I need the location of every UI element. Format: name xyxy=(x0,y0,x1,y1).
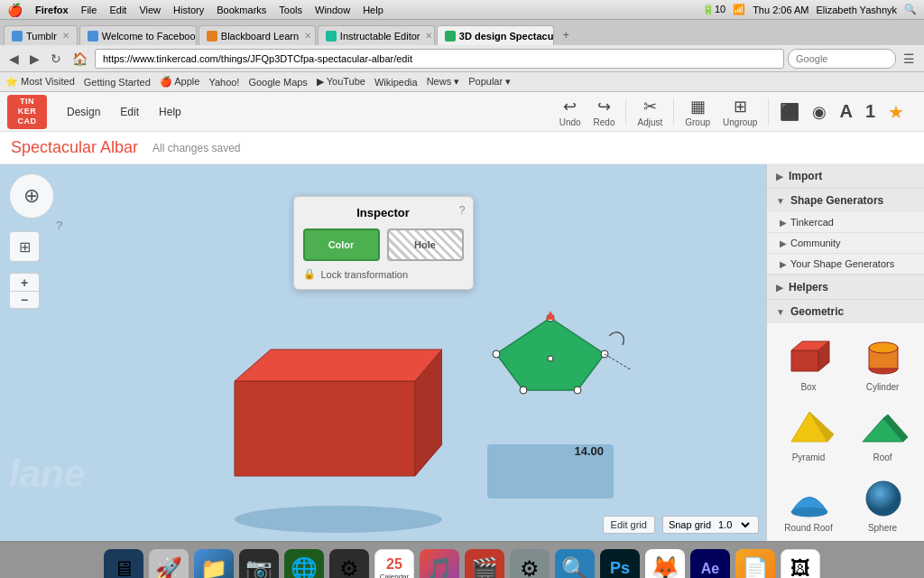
tab-tinkercad[interactable]: 3D design Spectacular Alb... ✕ xyxy=(437,25,554,45)
group-btn[interactable]: ▦ Group xyxy=(679,95,716,129)
most-visited-bookmark[interactable]: ⭐ Most Visited xyxy=(5,76,75,88)
tab-instructable[interactable]: Instructable Editor ✕ xyxy=(318,25,435,45)
help-menu-btn[interactable]: Help xyxy=(150,102,190,122)
tab-tumblr[interactable]: Tumblr ✕ xyxy=(4,25,78,45)
shape-generators-header[interactable]: ▼ Shape Generators xyxy=(767,189,924,212)
shape-box[interactable]: Box xyxy=(774,331,843,396)
shape-pyramid[interactable]: Pyramid xyxy=(774,401,843,466)
dock-system-prefs[interactable]: ⚙ xyxy=(510,549,550,579)
dock-settings[interactable]: ⚙ xyxy=(329,549,369,579)
new-tab-btn[interactable]: + xyxy=(556,25,577,45)
window-menu[interactable]: Window xyxy=(315,5,350,15)
number-1-btn[interactable]: 1 xyxy=(860,99,881,124)
refresh-btn[interactable]: ↻ xyxy=(47,50,65,68)
community-subsection[interactable]: ▶ Community xyxy=(767,233,924,254)
compass-control[interactable]: ⊕ xyxy=(9,173,54,219)
search-input[interactable] xyxy=(788,49,896,69)
firefox-menu[interactable]: Firefox xyxy=(35,5,69,15)
tab-close-instructable[interactable]: ✕ xyxy=(425,31,432,41)
url-input[interactable] xyxy=(95,49,784,69)
snap-grid-control: Snap grid 1.0 0.5 0.25 xyxy=(662,516,759,534)
hole-btn[interactable]: Hole xyxy=(387,228,464,261)
svg-point-12 xyxy=(493,350,500,358)
shape-roof[interactable]: Roof xyxy=(848,401,917,466)
letter-a-btn[interactable]: A xyxy=(834,99,857,124)
viewport[interactable]: ? ⊕ ⊞ + − Inspector ? xyxy=(0,164,766,541)
view-menu[interactable]: View xyxy=(139,5,161,15)
shape-cylinder[interactable]: Cylinder xyxy=(848,331,917,396)
zoom-out-btn[interactable]: − xyxy=(9,291,40,309)
color-btn[interactable]: Color xyxy=(303,228,380,261)
back-btn[interactable]: ◀ xyxy=(5,50,23,68)
dock-music[interactable]: 🎵 xyxy=(420,549,459,579)
dock-firefox[interactable]: 🦊 xyxy=(645,549,685,579)
shape-round-roof[interactable]: Round Roof xyxy=(774,471,843,536)
dock-preview[interactable]: 🖼 xyxy=(781,549,820,579)
popular-bookmark[interactable]: Popular ▾ xyxy=(468,76,511,88)
bookmarks-menu[interactable]: Bookmarks xyxy=(217,5,266,15)
dock-app1[interactable]: 🎬 xyxy=(465,549,504,579)
zoom-in-btn[interactable]: + xyxy=(9,273,40,291)
help-question-mark[interactable]: ? xyxy=(56,219,62,232)
dock-calendar[interactable]: 25 Calendar xyxy=(374,549,414,579)
yahoo-bookmark[interactable]: Yahoo! xyxy=(208,77,239,88)
design-menu-btn[interactable]: Design xyxy=(58,102,109,122)
file-menu[interactable]: File xyxy=(81,5,97,15)
project-bar: Spectacular Albar All changes saved xyxy=(0,132,924,164)
tinkercad-logo[interactable]: TINKERCAD xyxy=(7,95,47,129)
launchpad-icon: 🚀 xyxy=(155,556,182,579)
apple-bookmark[interactable]: 🍎 Apple xyxy=(160,76,200,88)
star-btn[interactable]: ★ xyxy=(882,99,910,125)
dock-photoshop[interactable]: Ps xyxy=(600,549,640,579)
preview-icon: 🖼 xyxy=(790,557,810,579)
dock-after-effects[interactable]: Ae xyxy=(690,549,730,579)
snap-value-select[interactable]: 1.0 0.5 0.25 xyxy=(715,518,753,531)
undo-btn[interactable]: ↩ Undo xyxy=(554,95,587,129)
google-maps-bookmark[interactable]: Google Maps xyxy=(248,77,307,88)
tab-blackboard[interactable]: Blackboard Learn ✕ xyxy=(199,25,316,45)
tab-close-tumblr[interactable]: ✕ xyxy=(62,31,69,41)
getting-started-bookmark[interactable]: Getting Started xyxy=(84,77,151,88)
tab-favicon-tumblr xyxy=(12,31,23,42)
sphere-icon-btn[interactable]: ◉ xyxy=(807,100,832,124)
dock-browser[interactable]: 🌐 xyxy=(284,549,324,579)
ungroup-icon: ⊞ xyxy=(734,97,747,117)
search-icon[interactable]: 🔍 xyxy=(904,4,917,15)
tab-facebook[interactable]: Welcome to Facebook – L... ✕ xyxy=(79,25,197,45)
inspector-help-btn[interactable]: ? xyxy=(459,204,466,217)
dock-network[interactable]: 🔍 xyxy=(555,549,595,579)
history-menu[interactable]: History xyxy=(173,5,204,15)
helpers-header[interactable]: ▶ Helpers xyxy=(767,275,924,299)
dock-pages[interactable]: 📄 xyxy=(735,549,775,579)
home-btn[interactable]: 🏠 xyxy=(69,50,91,68)
dock-finder[interactable]: 🖥 xyxy=(104,549,143,579)
ungroup-btn[interactable]: ⊞ Ungroup xyxy=(717,95,762,129)
shape-sphere[interactable]: Sphere xyxy=(848,471,917,536)
tinkercad-subsection[interactable]: ▶ Tinkercad xyxy=(767,212,924,233)
help-menu[interactable]: Help xyxy=(363,5,383,15)
tools-menu[interactable]: Tools xyxy=(279,5,302,15)
tab-close-blackboard[interactable]: ✕ xyxy=(304,31,311,41)
your-shape-generators-subsection[interactable]: ▶ Your Shape Generators xyxy=(767,254,924,275)
apple-menu[interactable]: 🍎 xyxy=(7,3,23,17)
dock-files[interactable]: 📁 xyxy=(194,549,234,579)
youtube-bookmark[interactable]: ▶ YouTube xyxy=(317,76,365,88)
edit-grid-btn[interactable]: Edit grid xyxy=(603,516,655,534)
news-bookmark[interactable]: News ▾ xyxy=(427,76,460,88)
wikipedia-bookmark[interactable]: Wikipedia xyxy=(374,77,418,88)
dock-camera[interactable]: 📷 xyxy=(239,549,279,579)
edit-menu[interactable]: Edit xyxy=(109,5,126,15)
adjust-btn[interactable]: ✂ Adjust xyxy=(632,95,668,129)
settings-btn[interactable]: ☰ xyxy=(900,50,919,68)
green-polygon-shape[interactable] xyxy=(469,309,632,438)
dock-launchpad[interactable]: 🚀 xyxy=(149,549,189,579)
redo-btn[interactable]: ↪ Redo xyxy=(588,95,621,129)
view-perspective-btn[interactable]: ⊞ xyxy=(9,231,40,262)
forward-btn[interactable]: ▶ xyxy=(26,50,43,68)
edit-menu-btn[interactable]: Edit xyxy=(111,102,148,122)
cube-icon-btn[interactable]: ⬛ xyxy=(774,100,805,124)
left-controls: ⊕ ⊞ + − xyxy=(9,173,54,309)
red-box-shape[interactable] xyxy=(199,327,442,480)
geometric-header[interactable]: ▼ Geometric xyxy=(767,300,924,323)
import-header[interactable]: ▶ Import xyxy=(767,164,924,188)
